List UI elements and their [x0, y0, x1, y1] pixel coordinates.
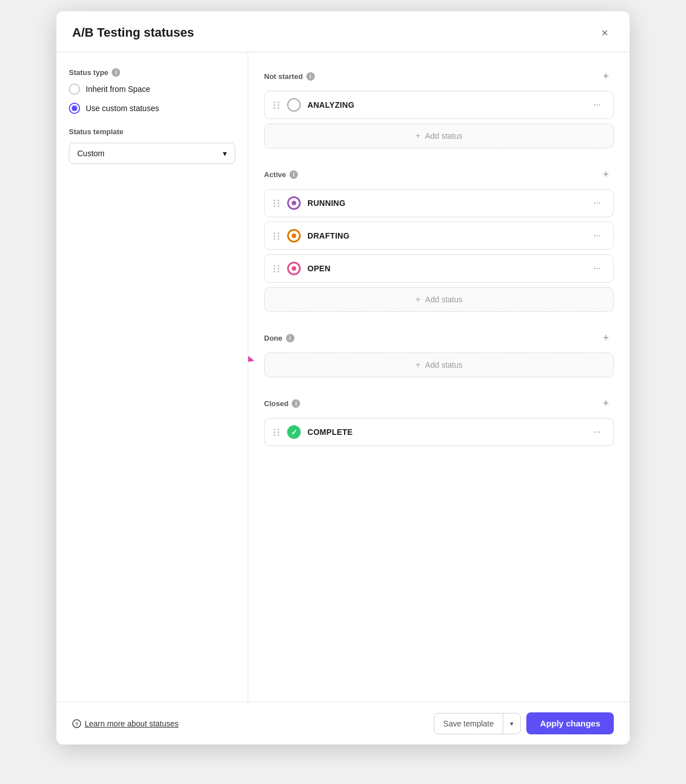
add-active-button[interactable]: + — [598, 166, 614, 182]
status-icon-running — [287, 196, 301, 210]
more-button-open[interactable]: ··· — [590, 262, 604, 275]
group-header-done: Done i + — [264, 330, 614, 346]
status-icon-drafting — [287, 229, 301, 243]
radio-item-inherit[interactable]: Inherit from Space — [69, 83, 235, 95]
modal-footer: ? Learn more about statuses Save templat… — [56, 702, 630, 745]
more-button-complete[interactable]: ··· — [590, 426, 604, 438]
modal-title: A/B Testing statuses — [72, 25, 194, 40]
modal-header: A/B Testing statuses × — [56, 11, 630, 52]
dropdown-arrow-icon: ▾ — [223, 149, 227, 158]
drag-handle-open[interactable] — [274, 265, 280, 272]
closed-info-icon: i — [292, 399, 300, 408]
template-value: Custom — [77, 149, 104, 158]
status-template-label: Status template — [69, 127, 235, 136]
status-item-running: RUNNING ··· — [264, 189, 614, 217]
done-info-icon: i — [286, 334, 294, 342]
more-button-analyzing[interactable]: ··· — [590, 99, 604, 111]
status-item-drafting: DRAFTING ··· — [264, 222, 614, 250]
not-started-info-icon: i — [306, 72, 315, 81]
svg-text:?: ? — [75, 721, 78, 727]
radio-circle-custom — [69, 103, 80, 114]
group-header-active: Active i + — [264, 166, 614, 182]
right-panel: Not started i + ANALYZING — [248, 52, 630, 702]
status-name-running: RUNNING — [307, 199, 583, 208]
group-title-not-started: Not started i — [264, 72, 315, 81]
add-status-not-started[interactable]: + Add status — [264, 124, 614, 148]
status-name-drafting: DRAFTING — [307, 231, 583, 240]
radio-circle-inherit — [69, 83, 80, 95]
add-done-button[interactable]: + — [598, 330, 614, 346]
plus-icon-active: + — [415, 294, 420, 305]
apply-changes-button[interactable]: Apply changes — [526, 712, 614, 734]
footer-right: Save template ▾ Apply changes — [434, 712, 614, 734]
add-status-done[interactable]: + Add status — [264, 353, 614, 377]
status-name-open: OPEN — [307, 264, 583, 273]
group-header-closed: Closed i + — [264, 395, 614, 411]
more-button-running[interactable]: ··· — [590, 197, 604, 209]
add-status-done-wrapper: + Add status — [264, 353, 614, 377]
group-header-not-started: Not started i + — [264, 68, 614, 84]
status-icon-analyzing — [287, 98, 301, 112]
learn-more-link[interactable]: ? Learn more about statuses — [72, 719, 179, 728]
group-title-closed: Closed i — [264, 399, 300, 408]
drag-handle-complete[interactable] — [274, 429, 280, 436]
status-type-section: Status type i Inherit from Space Use cus… — [69, 68, 235, 114]
modal-body: Status type i Inherit from Space Use cus… — [56, 52, 630, 702]
group-closed: Closed i + COMPLETE ··· — [264, 395, 614, 451]
status-template-section: Status template Custom ▾ — [69, 127, 235, 164]
status-item-open: OPEN ··· — [264, 254, 614, 283]
radio-group: Inherit from Space Use custom statuses — [69, 83, 235, 114]
drag-handle-analyzing[interactable] — [274, 102, 280, 109]
template-dropdown[interactable]: Custom ▾ — [69, 143, 235, 164]
status-icon-complete — [287, 425, 301, 439]
add-not-started-button[interactable]: + — [598, 68, 614, 84]
group-title-done: Done i — [264, 334, 294, 342]
group-not-started: Not started i + ANALYZING — [264, 68, 614, 153]
status-type-info-icon: i — [112, 68, 120, 77]
radio-label-inherit: Inherit from Space — [86, 85, 150, 94]
close-button[interactable]: × — [596, 24, 614, 42]
more-button-drafting[interactable]: ··· — [590, 230, 604, 242]
modal-container: A/B Testing statuses × Status type i Inh… — [56, 11, 630, 745]
status-icon-open — [287, 262, 301, 275]
status-item-complete: COMPLETE ··· — [264, 418, 614, 446]
status-name-complete: COMPLETE — [307, 428, 583, 437]
radio-label-custom: Use custom statuses — [86, 104, 159, 113]
left-panel: Status type i Inherit from Space Use cus… — [56, 52, 248, 702]
group-active: Active i + RUNNING ··· — [264, 166, 614, 316]
save-template-button[interactable]: Save template ▾ — [434, 713, 521, 734]
active-info-icon: i — [289, 170, 298, 179]
plus-icon-not-started: + — [415, 131, 420, 141]
group-title-active: Active i — [264, 170, 298, 179]
drag-handle-drafting[interactable] — [274, 232, 280, 240]
add-closed-button[interactable]: + — [598, 395, 614, 411]
add-status-active[interactable]: + Add status — [264, 287, 614, 312]
group-done: Done i + — [264, 330, 614, 382]
status-item-analyzing: ANALYZING ··· — [264, 91, 614, 119]
radio-item-custom[interactable]: Use custom statuses — [69, 103, 235, 114]
status-name-analyzing: ANALYZING — [307, 100, 583, 109]
help-circle-icon: ? — [72, 719, 81, 728]
status-type-label: Status type i — [69, 68, 235, 77]
drag-handle-running[interactable] — [274, 200, 280, 207]
plus-icon-done: + — [415, 360, 420, 370]
save-template-caret-button[interactable]: ▾ — [503, 714, 520, 733]
save-template-main-button[interactable]: Save template — [434, 713, 503, 734]
